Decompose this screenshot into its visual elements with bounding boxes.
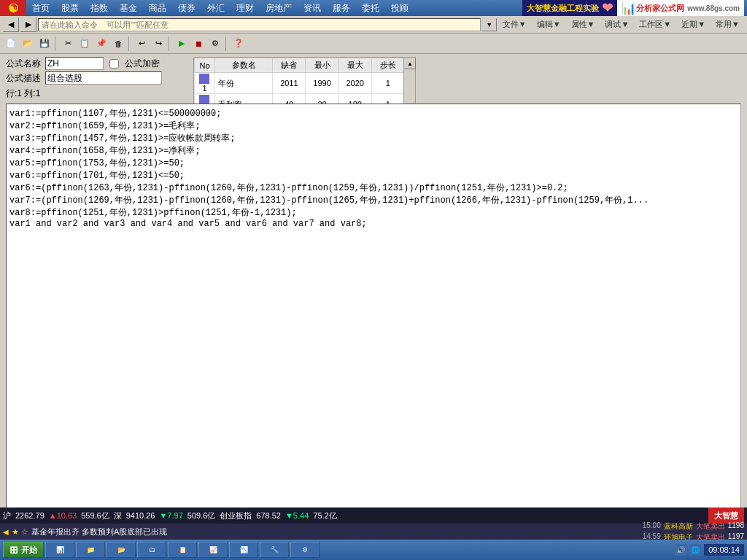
tb-paste[interactable]: 📌 xyxy=(93,36,109,52)
tb-help[interactable]: ❓ xyxy=(231,36,247,52)
menu-finance[interactable]: 理财 xyxy=(231,1,260,16)
menu-workspace[interactable]: 工作区▼ xyxy=(635,18,676,31)
tray-icon-1[interactable]: 🔊 xyxy=(675,544,686,556)
top-menu-bar: ☯ 首页 股票 指数 基金 商品 债券 外汇 理财 房地产 资讯 服务 委托 投… xyxy=(0,0,747,16)
command-dropdown[interactable]: ▼ xyxy=(482,18,497,31)
tb-copy[interactable]: 📋 xyxy=(77,36,93,52)
col-min: 最小 xyxy=(306,58,338,73)
taskbar-right: 🔊 🌐 09:08:14 xyxy=(675,544,744,556)
table-row[interactable]: 1 年份 2011 1990 2020 1 xyxy=(195,73,405,94)
encrypt-label: 公式加密 xyxy=(125,58,160,70)
command-input[interactable] xyxy=(38,18,481,31)
code-line: var5:=pffinon(1753,年份,1231)>=50; xyxy=(9,157,738,169)
menu-edit[interactable]: 编辑▼ xyxy=(533,18,565,31)
taskbar-btn-3[interactable]: 📂 xyxy=(107,542,136,558)
tb-compile[interactable]: ⚙ xyxy=(207,36,223,52)
sz-change: ▼7.97 xyxy=(159,511,182,520)
code-editor[interactable]: var1:=pffinon(1107,年份,1231)<=500000000; … xyxy=(6,104,741,531)
code-line: var6:=(pffinon(1263,年份,1231)-pffinon(126… xyxy=(9,182,738,194)
menu-service[interactable]: 服务 xyxy=(327,1,356,16)
sh-vol: 559.6亿 xyxy=(81,510,109,521)
scroll-up-btn[interactable]: ▲ xyxy=(404,58,416,69)
taskbar-btn-4[interactable]: 🗂 xyxy=(137,542,166,558)
cyb-change: ▼5.44 xyxy=(285,511,309,520)
menu-attr[interactable]: 属性▼ xyxy=(567,18,600,31)
formula-desc-input[interactable] xyxy=(45,71,162,85)
menu-fund[interactable]: 基金 xyxy=(114,1,143,16)
tray-icon-2[interactable]: 🌐 xyxy=(689,544,701,556)
content-wrapper: 公式名称 公式加密 公式描述 行:1 列:1 No 参数名 缺省 最小 最大 xyxy=(0,54,747,544)
taskbar-btn-6[interactable]: 📈 xyxy=(198,542,228,558)
top-right-brand: 大智慧金融工程实验 ❤ 📊 分析家公式网 www.88gs.com xyxy=(522,0,747,16)
taskbar-btn-8[interactable]: 🔧 xyxy=(260,542,289,558)
sh-change: ▲10.63 xyxy=(49,511,77,520)
code-line: var7:=(pffinon(1269,年份,1231)-pffinon(126… xyxy=(9,194,738,206)
tb-redo[interactable]: ↪ xyxy=(150,36,166,52)
row-col-indicator: 行:1 列:1 xyxy=(6,88,40,100)
tb-undo[interactable]: ↩ xyxy=(133,36,150,52)
col-step: 步长 xyxy=(371,58,404,73)
tb-new[interactable]: 📄 xyxy=(3,36,19,52)
tb-sep-4 xyxy=(225,36,228,51)
taskbar-btn-2[interactable]: 📁 xyxy=(76,542,105,558)
taskbar: ⊞ 开始 📊 📁 📂 🗂 📋 📈 📉 🔧 ⚙ 🔊 🌐 09:08:14 xyxy=(0,540,747,560)
news-stock-1: 蓝科高新 xyxy=(664,521,693,532)
news-text: 基金年报出齐 多数预判A股底部已出现 xyxy=(31,526,167,537)
menu-common[interactable]: 常用▼ xyxy=(711,18,744,31)
taskbar-btn-7[interactable]: 📉 xyxy=(229,542,258,558)
formula-name-input[interactable] xyxy=(45,57,104,70)
toolbar: 📄 📂 💾 ✂ 📋 📌 🗑 ↩ ↪ ▶ ⏹ ⚙ ❓ xyxy=(0,34,747,54)
formula-name-row: 公式名称 公式加密 xyxy=(6,57,160,70)
tb-open[interactable]: 📂 xyxy=(20,36,36,52)
menu-forex[interactable]: 外汇 xyxy=(201,1,231,16)
code-line: var6:=pffinon(1701,年份,1231)<=50; xyxy=(9,169,738,182)
menu-file[interactable]: 文件▼ xyxy=(498,18,531,31)
news-time-1: 15:00 xyxy=(643,521,661,532)
tb-delete[interactable]: 🗑 xyxy=(110,36,126,52)
forward-button[interactable]: ▶ xyxy=(20,18,36,32)
encrypt-checkbox[interactable] xyxy=(109,59,119,69)
menu-items: 首页 股票 指数 基金 商品 债券 外汇 理财 房地产 资讯 服务 委托 投顾 xyxy=(26,1,414,16)
menu-index[interactable]: 指数 xyxy=(85,1,114,16)
desc-label: 公式描述 xyxy=(6,72,41,85)
code-line: var1:=pffinon(1107,年份,1231)<=500000000; xyxy=(9,107,738,120)
tb-sep-2 xyxy=(128,36,131,51)
menu-recent[interactable]: 近期▼ xyxy=(677,18,710,31)
col-name: 参数名 xyxy=(215,58,273,73)
tb-cut[interactable]: ✂ xyxy=(60,36,76,52)
cyb-value: 678.52 xyxy=(256,511,281,520)
taskbar-btn-5[interactable]: 📋 xyxy=(168,542,197,558)
menu-debug[interactable]: 调试▼ xyxy=(600,18,633,31)
taskbar-btn-9[interactable]: ⚙ xyxy=(290,542,320,558)
back-button[interactable]: ◀ xyxy=(3,18,19,32)
start-button[interactable]: ⊞ 开始 xyxy=(3,542,44,558)
code-line: var1 and var2 and var3 and var4 and var5… xyxy=(9,219,738,229)
news-action-1: 大笔卖出 xyxy=(696,521,725,532)
tb-run[interactable]: ▶ xyxy=(174,36,190,52)
menu-home[interactable]: 首页 xyxy=(26,1,55,16)
col-default: 缺省 xyxy=(273,58,306,73)
sz-value: 9410.26 xyxy=(126,511,155,520)
menu-news[interactable]: 资讯 xyxy=(298,1,327,16)
cyb-vol: 75.2亿 xyxy=(313,510,336,521)
code-line: var8:=pffinon(1251,年份,1231)>pffinon(1251… xyxy=(9,206,738,219)
menu-advisor[interactable]: 投顾 xyxy=(385,1,414,16)
sz-vol: 509.6亿 xyxy=(187,510,216,521)
tb-save[interactable]: 💾 xyxy=(36,36,53,52)
command-bar: ◀ ▶ ▼ 文件▼ 编辑▼ 属性▼ 调试▼ 工作区▼ 近期▼ 常用▼ xyxy=(0,16,747,34)
app-logo: ☯ xyxy=(0,0,26,16)
tb-sep-1 xyxy=(55,36,58,51)
name-label: 公式名称 xyxy=(6,58,41,70)
clock: 09:08:14 xyxy=(704,544,744,556)
code-line: var4:=pffinon(1658,年份,1231)>=净利率; xyxy=(9,144,738,157)
menu-delegate[interactable]: 委托 xyxy=(356,1,385,16)
cyb-label: 创业板指 xyxy=(220,510,252,521)
sh-value: 2262.79 xyxy=(15,511,44,520)
menu-commodity[interactable]: 商品 xyxy=(143,1,172,16)
tb-stop[interactable]: ⏹ xyxy=(190,36,206,52)
taskbar-btn-1[interactable]: 📊 xyxy=(45,542,74,558)
news-row-1: 15:00 蓝科高新 大笔卖出 1198 xyxy=(643,521,744,532)
menu-stock[interactable]: 股票 xyxy=(55,1,85,16)
menu-bond[interactable]: 债券 xyxy=(172,1,201,16)
menu-realestate[interactable]: 房地产 xyxy=(260,1,298,16)
